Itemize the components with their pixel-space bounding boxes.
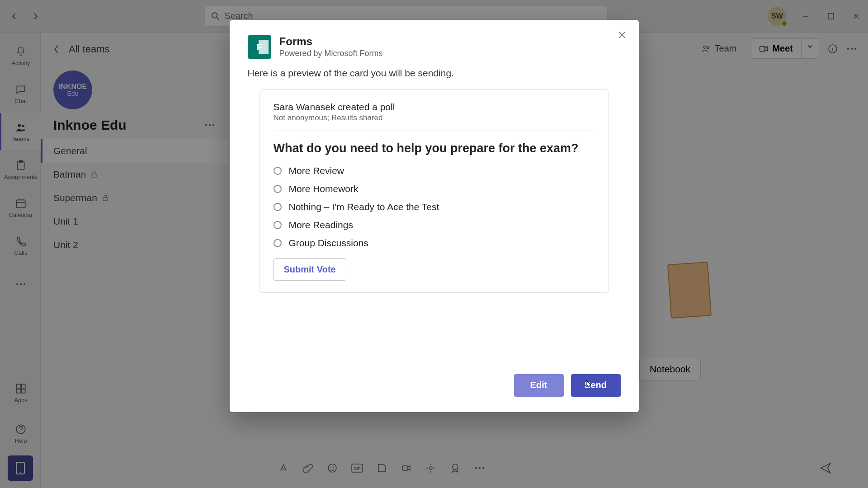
poll-card-preview: Sara Wanasek created a poll Not anonymou… <box>259 89 609 293</box>
modal-scrim[interactable]: F Forms Powered by Microsoft Forms Here … <box>0 0 868 488</box>
close-icon <box>617 30 627 40</box>
modal-actions: Edit Send <box>248 374 621 397</box>
poll-option[interactable]: Nothing – I'm Ready to Ace the Test <box>274 202 595 212</box>
modal-subtitle: Powered by Microsoft Forms <box>279 49 383 58</box>
option-label: More Review <box>289 165 344 176</box>
option-label: More Readings <box>289 220 353 230</box>
modal-close-button[interactable] <box>617 30 627 40</box>
option-label: Nothing – I'm Ready to Ace the Test <box>289 202 439 212</box>
poll-option[interactable]: Group Discussions <box>274 238 595 249</box>
poll-option[interactable]: More Homework <box>274 183 595 194</box>
poll-options: More Review More Homework Nothing – I'm … <box>274 165 595 249</box>
send-button[interactable]: Send <box>571 374 621 397</box>
radio-icon <box>274 221 282 229</box>
poll-meta: Not anonymous; Results shared <box>274 113 595 122</box>
radio-icon <box>274 203 282 211</box>
submit-label: Submit Vote <box>284 264 336 274</box>
option-label: More Homework <box>289 183 359 194</box>
forms-preview-modal: F Forms Powered by Microsoft Forms Here … <box>230 20 639 412</box>
poll-option[interactable]: More Readings <box>274 220 595 230</box>
option-label: Group Discussions <box>289 238 368 249</box>
modal-title: Forms <box>279 35 383 48</box>
radio-icon <box>274 167 282 175</box>
preview-description: Here is a preview of the card you will b… <box>248 68 621 79</box>
divider <box>274 131 595 131</box>
edit-button[interactable]: Edit <box>514 374 564 397</box>
send-label: Send <box>585 380 607 390</box>
edit-label: Edit <box>530 380 547 390</box>
forms-app-icon: F <box>248 35 271 59</box>
radio-icon <box>274 239 282 247</box>
radio-icon <box>274 185 282 193</box>
poll-question: What do you need to help you prepare for… <box>274 141 595 156</box>
submit-vote-button[interactable]: Submit Vote <box>274 258 346 281</box>
poll-author-line: Sara Wanasek created a poll <box>274 102 595 113</box>
poll-option[interactable]: More Review <box>274 165 595 176</box>
